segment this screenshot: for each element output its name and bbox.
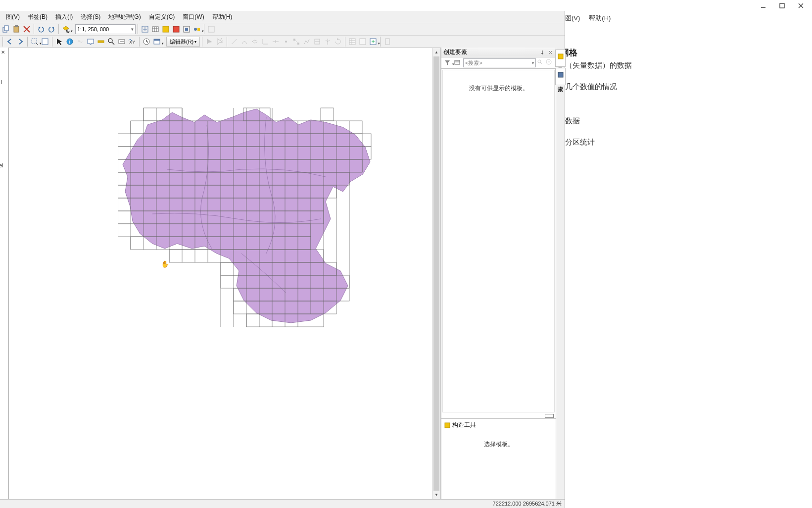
toc-collapsed-strip[interactable]: ✕ I el: [0, 48, 8, 508]
menu-geoprocessing[interactable]: 地理处理(G): [104, 11, 144, 23]
svg-rect-29: [293, 39, 295, 41]
chevron-down-icon: ▾: [131, 27, 134, 32]
menu-customize[interactable]: 自定义(C): [145, 11, 179, 23]
svg-rect-13: [197, 28, 200, 31]
bg-minimize-button[interactable]: [754, 0, 772, 11]
right-angle-icon: [260, 37, 270, 47]
map-canvas[interactable]: ✋ ▲ ▼ ◀ ▶: [9, 48, 440, 508]
scroll-up-icon[interactable]: ▲: [432, 48, 440, 56]
straight-segment-icon: [229, 37, 239, 47]
python-window-icon[interactable]: [182, 24, 191, 34]
svg-rect-0: [761, 7, 765, 8]
search-tab[interactable]: 搜索: [555, 68, 566, 85]
organize-templates-icon[interactable]: [453, 58, 462, 67]
panel-title: 创建要素: [443, 48, 538, 56]
menubar: 图(V) 书签(B) 插入(I) 选择(S) 地理处理(G) 自定义(C) 窗口…: [0, 11, 565, 23]
svg-rect-64: [558, 54, 563, 59]
redo-icon[interactable]: [47, 24, 56, 34]
scale-combobox[interactable]: 1:1, 250, 000 ▾: [75, 24, 136, 34]
tool-disabled-1: [206, 24, 216, 34]
catalog-window-icon[interactable]: [161, 24, 171, 34]
svg-text:XY: XY: [129, 40, 135, 45]
goto-xy-icon[interactable]: XY: [127, 37, 137, 47]
panel-splitter[interactable]: [441, 413, 556, 418]
copy-icon[interactable]: [1, 24, 11, 34]
measure-icon[interactable]: [96, 37, 106, 47]
catalog-tab[interactable]: 目录: [555, 50, 566, 67]
select-template-msg: 选择模板。: [484, 441, 514, 448]
editor-toolbar-icon[interactable]: [140, 24, 150, 34]
menu-view[interactable]: 图(V): [2, 11, 24, 23]
svg-point-12: [194, 28, 197, 31]
bg-close-button[interactable]: [791, 0, 810, 11]
add-data-icon[interactable]: ▾: [61, 24, 71, 34]
construction-tools-title: 构造工具: [452, 421, 476, 429]
scale-value: 1:1, 250, 000: [77, 26, 109, 32]
trace-icon: [250, 37, 260, 47]
bg-menu-view[interactable]: 图(V): [565, 14, 580, 23]
clear-selection-icon[interactable]: [40, 37, 50, 47]
find-icon[interactable]: [106, 37, 116, 47]
toc-close-icon[interactable]: ✕: [1, 50, 5, 55]
toc-label-char: I: [0, 79, 2, 85]
html-popup-icon[interactable]: [86, 37, 96, 47]
sketch-props-icon: [358, 37, 368, 47]
editor-dropdown[interactable]: 编辑器(R) ▾: [166, 37, 200, 47]
filter-icon[interactable]: ▾: [443, 58, 452, 67]
menu-selection[interactable]: 选择(S): [77, 11, 104, 23]
search-window-icon[interactable]: [171, 24, 181, 34]
search-go-icon: [537, 59, 545, 67]
table-icon[interactable]: [150, 24, 160, 34]
paste-icon[interactable]: [11, 24, 21, 34]
identify-icon[interactable]: i: [65, 37, 75, 47]
map-view-container: ✋ ▲ ▼ ◀ ▶: [8, 48, 441, 508]
panel-close-icon[interactable]: [547, 49, 554, 56]
bg-maximize-button[interactable]: [772, 0, 791, 11]
status-bar: 722212.000 2695624.071 米: [0, 499, 565, 508]
model-builder-icon[interactable]: ▾: [192, 24, 202, 34]
menu-bookmarks[interactable]: 书签(B): [24, 11, 51, 23]
forward-icon[interactable]: [15, 37, 25, 47]
scroll-thumb[interactable]: [433, 56, 439, 491]
toc-label-ext: el: [0, 162, 3, 168]
bg-menu-help[interactable]: 帮助(H): [589, 14, 611, 23]
svg-text:i: i: [69, 39, 71, 45]
create-features-icon[interactable]: ▾: [368, 37, 378, 47]
menu-help[interactable]: 帮助(H): [208, 11, 237, 23]
time-slider-icon[interactable]: [142, 37, 151, 47]
pan-cursor-icon: ✋: [161, 260, 169, 268]
delete-icon[interactable]: [22, 24, 32, 34]
split-icon: [323, 37, 333, 47]
bg-text-line-1: （矢量数据）的数据: [565, 55, 812, 75]
hyperlink-icon: [75, 37, 85, 47]
viewer-window-icon[interactable]: ▾: [152, 37, 162, 47]
chevron-down-icon: ▾: [532, 61, 534, 65]
svg-rect-5: [15, 25, 18, 27]
create-features-panel: 创建要素 ▾ <搜索> ▾ 没有可供显示的模板。: [441, 48, 556, 508]
vertical-scrollbar[interactable]: ▲ ▼: [432, 48, 440, 499]
menu-window[interactable]: 窗口(W): [179, 11, 208, 23]
bg-text-line-3: 数据: [565, 111, 812, 130]
find-route-icon[interactable]: [117, 37, 127, 47]
svg-rect-16: [42, 39, 48, 45]
editor-label: 编辑器(R): [170, 38, 193, 46]
svg-rect-9: [163, 26, 169, 32]
tool-end: [382, 37, 392, 47]
svg-rect-33: [360, 39, 366, 45]
reshape-icon: [302, 37, 312, 47]
select-features-icon[interactable]: ▾: [30, 37, 40, 47]
select-arrow-icon[interactable]: [54, 37, 64, 47]
svg-rect-8: [152, 27, 158, 32]
standard-toolbar: ▾ 1:1, 250, 000 ▾ ▾: [0, 23, 565, 35]
empty-message: 没有可供显示的模板。: [469, 85, 528, 92]
pin-icon[interactable]: [539, 49, 546, 56]
scroll-down-icon[interactable]: ▼: [432, 491, 440, 499]
attributes-icon: [347, 37, 357, 47]
undo-icon[interactable]: [36, 24, 46, 34]
svg-rect-35: [385, 39, 389, 45]
svg-rect-32: [349, 39, 355, 45]
template-search-input[interactable]: <搜索> ▾: [463, 58, 536, 67]
menu-insert[interactable]: 插入(I): [51, 11, 77, 23]
back-icon[interactable]: [5, 37, 15, 47]
svg-rect-30: [297, 43, 299, 45]
